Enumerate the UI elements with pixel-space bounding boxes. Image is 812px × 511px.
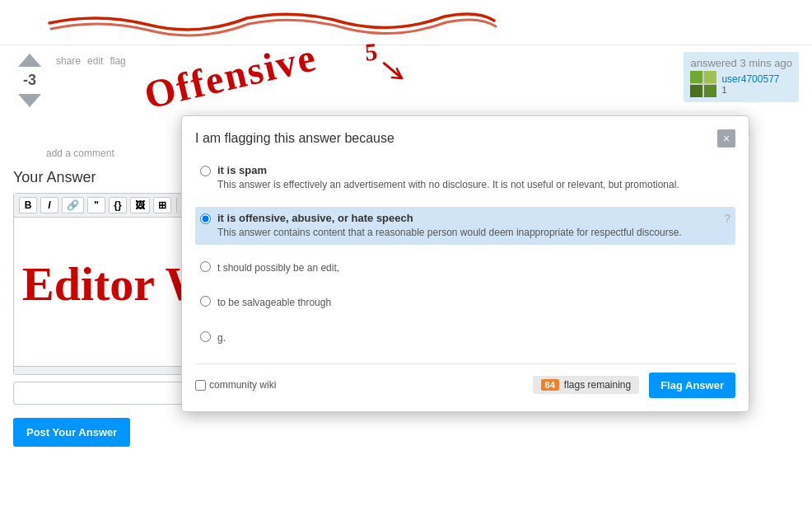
user-rep: 1 — [721, 85, 779, 95]
image-button[interactable]: 🖼 — [130, 197, 150, 213]
flags-remaining: 84 flags remaining — [533, 376, 640, 394]
flag-option-offensive-content: it is offensive, abusive, or hate speech… — [217, 212, 682, 240]
flag-modal: I am flagging this answer because × it i… — [181, 115, 749, 412]
link-button[interactable]: 🔗 — [62, 197, 84, 213]
flag-last-desc: g. — [217, 331, 226, 345]
flag-offensive-desc: This answer contains content that a reas… — [217, 226, 682, 240]
flag-option-edit[interactable]: t should possibly be an edit, — [195, 255, 735, 280]
flag-option-last-content: g. — [217, 330, 226, 345]
table-button[interactable]: ⊞ — [153, 197, 171, 213]
flag-option-offensive[interactable]: it is offensive, abusive, or hate speech… — [195, 207, 735, 245]
user-avatar — [690, 71, 716, 97]
help-icon[interactable]: ? — [724, 212, 730, 225]
flag-link[interactable]: flag — [110, 55, 125, 67]
flags-count-badge: 84 — [541, 379, 559, 391]
flag-radio-last[interactable] — [200, 331, 211, 342]
flag-option-edit-content: t should possibly be an edit, — [217, 260, 339, 275]
bold-button[interactable]: B — [19, 197, 37, 213]
answered-info: answered 3 mins ago user4700577 1 — [690, 57, 792, 97]
flag-option-salvageable[interactable]: to be salvageable through — [195, 289, 735, 315]
post-answer-button[interactable]: Post Your Answer — [13, 418, 130, 447]
user-card: answered 3 mins ago user4700577 1 — [684, 52, 799, 102]
modal-title: I am flagging this answer because — [195, 131, 394, 146]
flag-salvageable-desc: to be salvageable through — [217, 296, 331, 310]
vote-section: -3 — [13, 52, 46, 109]
flags-remaining-text: flags remaining — [564, 379, 631, 391]
modal-footer: community wiki 84 flags remaining Flag A… — [195, 363, 735, 398]
toolbar-separator — [176, 198, 177, 213]
flag-radio-spam[interactable] — [200, 166, 211, 176]
flag-spam-desc: This answer is effectively an advertisem… — [217, 178, 679, 192]
upvote-button[interactable] — [18, 52, 41, 68]
code-button[interactable]: {} — [109, 197, 127, 213]
flag-option-last[interactable]: g. — [195, 325, 735, 350]
flag-option-spam-content: it is spam This answer is effectively an… — [217, 164, 679, 192]
share-link[interactable]: share — [56, 55, 81, 67]
community-wiki-checkbox[interactable] — [195, 380, 206, 391]
flag-spam-label: it is spam — [217, 164, 679, 176]
flag-radio-edit[interactable] — [200, 261, 211, 272]
action-links: share edit flag — [56, 52, 674, 67]
vote-count: -3 — [23, 72, 36, 89]
flag-option-salvageable-content: to be salvageable through — [217, 294, 331, 310]
modal-close-button[interactable]: × — [717, 129, 735, 148]
edit-link[interactable]: edit — [87, 55, 103, 67]
community-wiki-label[interactable]: community wiki — [195, 379, 276, 391]
downvote-button[interactable] — [18, 92, 41, 109]
blockquote-button[interactable]: " — [87, 197, 105, 213]
community-wiki-text: community wiki — [209, 379, 276, 391]
user-info: user4700577 1 — [721, 73, 779, 95]
answered-time: answered 3 mins ago — [690, 57, 792, 69]
username[interactable]: user4700577 — [721, 73, 779, 85]
italic-button[interactable]: I — [40, 197, 58, 213]
flag-offensive-label: it is offensive, abusive, or hate speech — [217, 212, 682, 224]
modal-header: I am flagging this answer because × — [195, 129, 735, 148]
flag-answer-button[interactable]: Flag Answer — [649, 373, 735, 398]
flag-edit-desc: t should possibly be an edit, — [217, 261, 339, 275]
flag-radio-offensive[interactable] — [200, 213, 211, 224]
svg-text:Offensive: Offensive — [140, 35, 320, 116]
flag-radio-salvageable[interactable] — [200, 296, 211, 307]
flag-option-spam[interactable]: it is spam This answer is effectively an… — [195, 159, 735, 197]
